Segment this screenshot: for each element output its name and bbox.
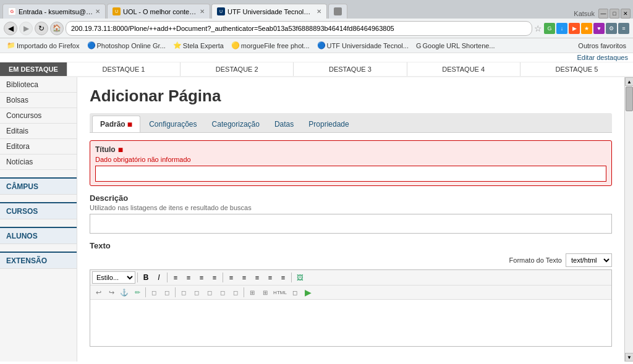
- tab-uol[interactable]: U UOL - O melhor conteúdo ✕: [107, 4, 210, 19]
- tab-close-icon[interactable]: ✕: [316, 8, 321, 15]
- redo-button[interactable]: ↪: [105, 287, 117, 298]
- sidebar-section-campus[interactable]: CÂMPUS: [0, 177, 77, 195]
- align-justify-button[interactable]: ≡: [208, 272, 221, 283]
- bookmark-photoshop[interactable]: 🔵 Photoshop Online Gr...: [84, 41, 169, 50]
- reload-button[interactable]: ↻: [35, 22, 48, 35]
- tab-categorizacao[interactable]: Categorização: [205, 117, 267, 132]
- user-icon: Katsuk: [571, 10, 597, 17]
- home-button[interactable]: 🏠: [50, 22, 64, 35]
- scroll-track[interactable]: [625, 86, 633, 353]
- destaque-5[interactable]: DESTAQUE 5: [520, 62, 633, 76]
- sidebar-section-cursos[interactable]: CURSOS: [0, 202, 77, 219]
- destaque-1[interactable]: DESTAQUE 1: [67, 62, 180, 76]
- table-button[interactable]: ⊞: [246, 287, 258, 298]
- sidebar-section-alunos[interactable]: ALUNOS: [0, 227, 77, 244]
- ext-icon-6[interactable]: ⚙: [606, 23, 617, 34]
- tb6[interactable]: ◻: [216, 287, 229, 298]
- tb7[interactable]: ◻: [229, 287, 242, 298]
- maximize-button[interactable]: □: [610, 9, 619, 19]
- sidebar-section-extensao[interactable]: EXTENSÃO: [0, 252, 77, 269]
- ext-icon-4[interactable]: ★: [581, 23, 592, 34]
- ext-icon-2[interactable]: ↓: [556, 23, 567, 34]
- editor-body[interactable]: [90, 300, 611, 346]
- bookmark-firefox[interactable]: 📁 Importado do Firefox: [4, 41, 83, 50]
- editar-destaques-link[interactable]: Editar destaques: [577, 54, 628, 61]
- sidebar-item-editais[interactable]: Editais: [0, 124, 77, 139]
- tb2[interactable]: ◻: [161, 287, 173, 298]
- tab-new[interactable]: [328, 4, 347, 19]
- ext-icon-1[interactable]: G: [544, 23, 555, 34]
- description-input[interactable]: [90, 214, 612, 234]
- minimize-button[interactable]: —: [598, 9, 608, 19]
- source-button[interactable]: ◻: [289, 287, 301, 298]
- play-button[interactable]: ▶: [302, 287, 314, 298]
- link-button[interactable]: ✏: [131, 287, 143, 298]
- close-button[interactable]: ✕: [621, 9, 631, 19]
- scroll-down-button[interactable]: ▼: [625, 353, 633, 362]
- scroll-thumb[interactable]: [626, 87, 633, 111]
- tb5[interactable]: ◻: [203, 287, 216, 298]
- insert-button[interactable]: ≡: [277, 272, 289, 283]
- title-field-wrapper: Título■ Dado obrigatório não informado: [90, 140, 612, 186]
- destaque-2[interactable]: DESTAQUE 2: [180, 62, 293, 76]
- em-destaque-button[interactable]: EM DESTAQUE: [0, 62, 67, 76]
- title-error-text: Dado obrigatório não informado: [95, 156, 606, 163]
- forward-button[interactable]: ▶: [19, 22, 33, 35]
- ext-icon-3[interactable]: ▶: [569, 23, 580, 34]
- tab-close-icon[interactable]: ✕: [200, 8, 205, 15]
- tab-padrao[interactable]: Padrão■: [92, 116, 140, 132]
- sidebar-item-concursos[interactable]: Concursos: [0, 108, 77, 124]
- description-hint: Utilizado nas listagens de itens e resul…: [90, 204, 612, 211]
- description-label: Descrição: [90, 193, 612, 203]
- tab-gmail[interactable]: G Entrada - ksuemitsu@gm... ✕: [2, 4, 106, 19]
- outdent-button[interactable]: ≡: [251, 272, 263, 283]
- bookmark-stela[interactable]: ⭐ Stela Experta: [170, 41, 227, 50]
- align-right-button[interactable]: ≡: [195, 272, 208, 283]
- ordered-list-button[interactable]: ≡: [238, 272, 250, 283]
- tb4[interactable]: ◻: [190, 287, 203, 298]
- anchor-button[interactable]: ⚓: [118, 287, 130, 298]
- table2-button[interactable]: ⊞: [259, 287, 271, 298]
- tb1[interactable]: ◻: [148, 287, 160, 298]
- tab-datas[interactable]: Datas: [267, 117, 301, 132]
- tab-configuracoes[interactable]: Configurações: [142, 117, 204, 132]
- bookmark-label: morgueFile free phot...: [241, 42, 310, 49]
- back-button[interactable]: ◀: [4, 22, 17, 35]
- tab-utf[interactable]: U UTF Universidade Tecnológica... ✕: [211, 4, 327, 19]
- sidebar-item-noticias[interactable]: Notícias: [0, 154, 77, 170]
- html-button[interactable]: HTML: [272, 287, 288, 298]
- address-input[interactable]: [66, 21, 532, 36]
- tb3[interactable]: ◻: [177, 287, 190, 298]
- align-left-button[interactable]: ≡: [169, 272, 182, 283]
- image-button[interactable]: 🖼: [294, 272, 306, 283]
- style-select[interactable]: Estilo...: [92, 271, 135, 284]
- bookmark-google[interactable]: G Google URL Shortene...: [413, 41, 498, 50]
- bookmark-morguefile[interactable]: 🟡 morgueFile free phot...: [228, 41, 313, 50]
- highlights-bar: EM DESTAQUE DESTAQUE 1 DESTAQUE 2 DESTAQ…: [0, 62, 633, 77]
- bookmark-label: Importado do Firefox: [17, 42, 80, 49]
- tab-propriedade[interactable]: Propriedade: [301, 117, 356, 132]
- sidebar-item-bolsas[interactable]: Bolsas: [0, 93, 77, 108]
- scroll-up-button[interactable]: ▲: [625, 77, 633, 86]
- undo-button[interactable]: ↩: [92, 287, 104, 298]
- ext-icon-5[interactable]: ♥: [593, 23, 605, 34]
- title-input[interactable]: [95, 166, 606, 182]
- destaque-3[interactable]: DESTAQUE 3: [293, 62, 406, 76]
- sidebar-item-editora[interactable]: Editora: [0, 139, 77, 154]
- tab-close-icon[interactable]: ✕: [95, 8, 100, 15]
- ext-icon-7[interactable]: ≡: [618, 23, 629, 34]
- unordered-list-button[interactable]: ≡: [225, 272, 237, 283]
- format-label: Formato do Texto: [509, 256, 562, 264]
- sidebar-item-biblioteca[interactable]: Biblioteca: [0, 77, 77, 93]
- align-center-button[interactable]: ≡: [182, 272, 195, 283]
- scrollbar[interactable]: ▲ ▼: [624, 77, 633, 362]
- star-icon[interactable]: ☆: [534, 23, 542, 33]
- destaque-4[interactable]: DESTAQUE 4: [407, 62, 520, 76]
- outros-favoritos[interactable]: Outros favoritos: [575, 41, 629, 50]
- italic-button[interactable]: I: [153, 272, 165, 283]
- bookmark-utf[interactable]: 🔵 UTF Universidade Tecnol...: [314, 41, 412, 50]
- tab-uol-label: UOL - O melhor conteúdo: [123, 8, 197, 15]
- indent-button[interactable]: ≡: [264, 272, 276, 283]
- bold-button[interactable]: B: [140, 272, 152, 283]
- format-select[interactable]: text/html text/plain: [566, 253, 612, 267]
